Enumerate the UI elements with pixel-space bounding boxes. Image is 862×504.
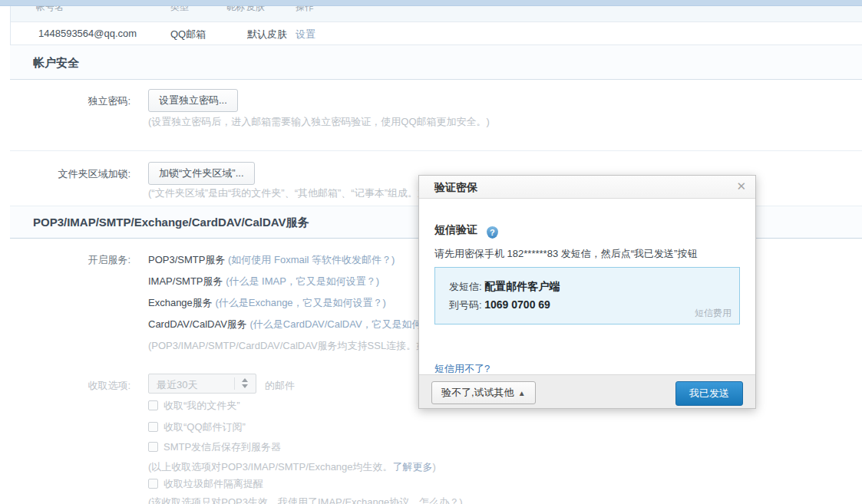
dialog-title: 验证密保	[434, 181, 477, 195]
col-type: 类型	[170, 6, 189, 14]
checkbox-my-folders[interactable]	[148, 400, 158, 410]
spinner-icon	[242, 378, 249, 388]
folder-lock-note: (“文件夹区域”是由“我的文件夹”、“其他邮箱”、“记事本”组成。加锁	[148, 186, 438, 200]
pop3-only-note: (该收取选项只对POP3生效。我使用了IMAP/Exchange协议，怎么办？)	[148, 496, 463, 504]
sms-info-box: 发短信: 配置邮件客户端 到号码: 1069 0700 69 短信费用	[434, 267, 740, 324]
top-blue-bar	[0, 0, 862, 6]
service-help-link-pop3[interactable]: (如何使用 Foxmail 等软件收发邮件？)	[228, 254, 395, 265]
service-help-link-carddav[interactable]: (什么是CardDAV/CalDAV，它又是如何设	[249, 318, 431, 330]
checkbox-label-spam-reminder: 收取垃圾邮件隔离提醒	[163, 478, 263, 489]
sms-verify-heading: 短信验证 ?	[434, 223, 498, 239]
receive-note-suffix: )	[433, 461, 436, 473]
col-nickname: 昵称	[226, 6, 245, 14]
sms-send-line: 发短信: 配置邮件客户端	[449, 280, 560, 294]
service-name-exchange: Exchange服务	[148, 297, 215, 308]
receive-options-label: 收取选项:	[10, 379, 130, 393]
service-name-carddav: CardDAV/CalDAV服务	[148, 318, 249, 330]
set-independent-password-button[interactable]: 设置独立密码...	[148, 89, 238, 112]
select-separator	[234, 377, 235, 390]
ssl-note: (POP3/IMAP/SMTP/CardDAV/CalDAV服务均支持SSL连接…	[148, 339, 436, 353]
service-help-link-exchange[interactable]: (什么是Exchange，它又是如何设置？)	[215, 297, 385, 308]
sms-to-line: 到号码: 1069 0700 69	[449, 298, 550, 312]
account-settings-link[interactable]: 设置	[296, 28, 315, 41]
sms-to-label: 到号码:	[449, 299, 482, 311]
section-title-account-security: 帐户安全	[10, 45, 862, 80]
account-email: 1448593564@qq.com	[38, 28, 137, 39]
try-other-method-label: 验不了,试试其他	[441, 387, 514, 398]
sms-send-value: 配置邮件客户端	[484, 280, 560, 292]
chevron-up-icon: ▲	[518, 389, 526, 397]
service-name-imap: IMAP/SMTP服务	[148, 275, 226, 287]
col-action: 操作	[296, 6, 314, 14]
try-other-method-button[interactable]: 验不了,试试其他▲	[431, 381, 536, 404]
dialog-header: 验证密保 ✕	[419, 176, 755, 199]
sms-verify-label: 短信验证	[434, 223, 477, 236]
sms-fee-link[interactable]: 短信费用	[695, 307, 732, 320]
checkbox-smtp-save[interactable]	[148, 442, 158, 452]
learn-more-link[interactable]: 了解更多	[393, 461, 433, 473]
account-table-header: 帐号名 类型 昵称 皮肤 操作	[11, 6, 862, 22]
checkbox-row-smtp-save: SMTP发信后保存到服务器	[148, 440, 281, 454]
section-divider	[10, 150, 862, 151]
close-icon[interactable]: ✕	[736, 180, 746, 193]
service-help-link-imap[interactable]: (什么是 IMAP，它又是如何设置？)	[226, 275, 379, 287]
sms-to-value: 1069 0700 69	[484, 298, 550, 311]
checkbox-row-qq-subscription: 收取“QQ邮件订阅”	[148, 420, 246, 434]
checkbox-spam-reminder[interactable]	[148, 479, 158, 489]
receive-note-prefix: (以上收取选项对POP3/IMAP/SMTP/Exchange均生效。	[148, 461, 393, 473]
sms-send-label: 发短信:	[449, 281, 482, 292]
sms-instruction: 请先用密保手机 182******83 发短信，然后点“我已发送”按钮	[434, 247, 697, 261]
receive-range-suffix: 的邮件	[265, 379, 295, 393]
independent-password-label: 独立密码:	[10, 94, 130, 108]
help-shield-icon[interactable]: ?	[487, 226, 498, 239]
folder-lock-label: 文件夹区域加锁:	[10, 167, 130, 181]
checkbox-row-my-folders: 收取“我的文件夹”	[148, 399, 240, 413]
account-table-row: 1448593564@qq.com QQ邮箱 默认皮肤 设置	[11, 22, 862, 45]
service-line-imap: IMAP/SMTP服务 (什么是 IMAP，它又是如何设置？)	[148, 275, 379, 288]
independent-password-note: (设置独立密码后，进入邮箱需要输入独立密码验证，使用QQ邮箱更加安全。)	[148, 115, 490, 129]
service-name-pop3: POP3/SMTP服务	[148, 254, 228, 265]
checkbox-label-my-folders: 收取“我的文件夹”	[163, 400, 240, 411]
receive-options-note: (以上收取选项对POP3/IMAP/SMTP/Exchange均生效。了解更多)	[148, 460, 436, 474]
checkbox-label-qq-subscription: 收取“QQ邮件订阅”	[163, 421, 246, 433]
dialog-footer: 验不了,试试其他▲ 我已发送	[419, 374, 755, 408]
service-line-exchange: Exchange服务 (什么是Exchange，它又是如何设置？)	[148, 296, 386, 310]
account-table: 帐号名 类型 昵称 皮肤 操作 1448593564@qq.com QQ邮箱 默…	[10, 6, 862, 45]
checkbox-label-smtp-save: SMTP发信后保存到服务器	[163, 441, 281, 453]
receive-range-select[interactable]: 最近30天	[148, 374, 256, 394]
section-account-security: 帐户安全	[10, 45, 862, 80]
lock-folder-area-button[interactable]: 加锁“文件夹区域”...	[148, 162, 255, 185]
account-skin: 默认皮肤	[247, 28, 287, 41]
service-line-pop3: POP3/SMTP服务 (如何使用 Foxmail 等软件收发邮件？)	[148, 253, 395, 267]
service-line-carddav: CardDAV/CalDAV服务 (什么是CardDAV/CalDAV，它又是如…	[148, 318, 432, 331]
col-account-name: 帐号名	[36, 6, 64, 14]
verify-security-dialog: 验证密保 ✕ 短信验证 ? 请先用密保手机 182******83 发短信，然后…	[418, 175, 756, 409]
sms-sent-confirm-button[interactable]: 我已发送	[675, 381, 743, 406]
account-type: QQ邮箱	[170, 28, 206, 41]
enable-services-label: 开启服务:	[10, 253, 130, 267]
receive-range-value: 最近30天	[157, 378, 197, 392]
checkbox-qq-subscription[interactable]	[148, 422, 158, 432]
col-skin: 皮肤	[246, 6, 265, 14]
checkbox-row-spam-reminder: 收取垃圾邮件隔离提醒	[148, 477, 263, 491]
